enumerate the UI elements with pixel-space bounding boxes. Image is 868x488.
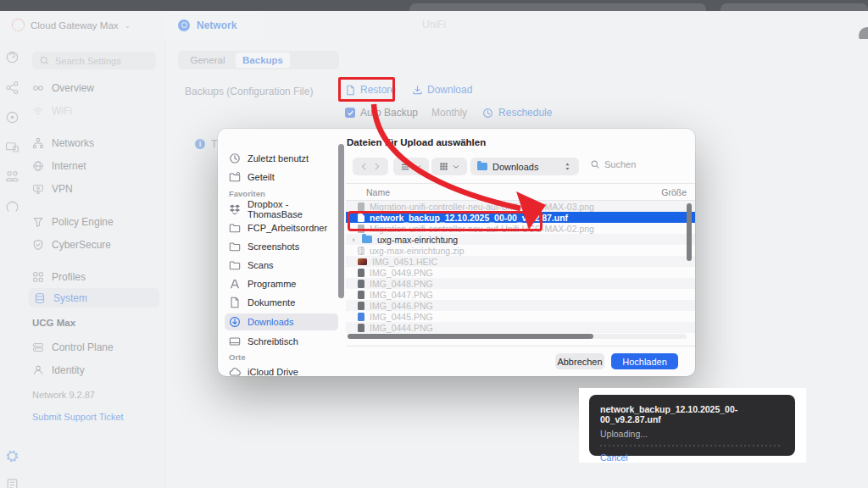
column-header-size[interactable]: Größe bbox=[661, 187, 687, 197]
sidebar-item-shared[interactable]: Geteilt bbox=[229, 169, 333, 185]
item-label: Dropbox - ThomasBase bbox=[248, 199, 333, 219]
cancel-button[interactable]: Abbrechen bbox=[555, 353, 604, 369]
downloads-icon bbox=[229, 316, 241, 328]
upload-button[interactable]: Hochladen bbox=[611, 353, 678, 369]
sidebar-item-schreibtisch[interactable]: Schreibtisch bbox=[229, 334, 333, 349]
upload-progress-bar bbox=[600, 445, 782, 446]
image-file-icon bbox=[358, 313, 364, 321]
file-row[interactable]: IMG_0444.PNG bbox=[346, 322, 695, 333]
zip-file-icon bbox=[358, 247, 364, 255]
sidebar-item-screenshots[interactable]: Screenshots bbox=[229, 239, 333, 254]
dialog-search[interactable] bbox=[590, 159, 664, 169]
list-view-button[interactable] bbox=[393, 158, 429, 175]
file-name: IMG_0448.PNG bbox=[370, 279, 433, 289]
file-row-folder[interactable]: ›uxg-max-einrichtung bbox=[346, 234, 695, 245]
item-label: iCloud Drive bbox=[248, 367, 298, 377]
chevron-down-icon bbox=[414, 163, 422, 171]
file-row[interactable]: uxg-max-einrichtung.zip bbox=[346, 245, 695, 256]
sidebar-item-fcp-arbeitsordner[interactable]: FCP_Arbeitsordner bbox=[229, 220, 333, 236]
file-name: IMG_0445.PNG bbox=[370, 312, 433, 322]
file-row[interactable]: IMG_0445.PNG bbox=[346, 311, 695, 322]
applications-icon bbox=[229, 278, 241, 290]
sidebar-item-icloud-drive[interactable]: iCloud Drive bbox=[229, 364, 333, 380]
file-row[interactable]: Migration-unifi-controller-neu-auf-Unifi… bbox=[346, 223, 695, 234]
list-view-icon bbox=[400, 162, 410, 172]
item-label: Geteilt bbox=[248, 172, 275, 182]
nav-back-forward bbox=[353, 158, 388, 175]
upload-toast-inset: network_backup_12.10.2025_00-00_v9.2.87.… bbox=[579, 388, 806, 463]
file-row[interactable]: IMG_0449.PNG bbox=[346, 267, 695, 278]
grid-view-button[interactable] bbox=[431, 158, 467, 175]
desktop-icon bbox=[229, 336, 241, 347]
item-label: Scans bbox=[248, 260, 274, 270]
upload-toast: network_backup_12.10.2025_00-00_v9.2.87.… bbox=[589, 395, 795, 456]
item-label: Programme bbox=[248, 279, 296, 289]
horizontal-scrollbar-track bbox=[348, 334, 687, 339]
vertical-scrollbar[interactable] bbox=[687, 203, 692, 261]
column-header-name[interactable]: Name bbox=[366, 187, 390, 197]
document-icon bbox=[229, 297, 241, 308]
image-file-icon bbox=[358, 269, 364, 277]
image-file-icon bbox=[358, 291, 364, 299]
forward-icon[interactable] bbox=[372, 162, 381, 171]
dialog-sidebar: Zuletzt benutzt Geteilt Favoriten Dropbo… bbox=[218, 129, 345, 376]
toast-cancel-link[interactable]: Cancel bbox=[600, 452, 784, 463]
disclosure-chevron-icon[interactable]: › bbox=[350, 236, 357, 244]
favorites-heading: Favoriten bbox=[229, 189, 265, 198]
folder-icon bbox=[229, 222, 241, 234]
item-label: Screenshots bbox=[248, 241, 299, 252]
sidebar-item-downloads[interactable]: Downloads bbox=[225, 313, 338, 330]
folder-icon bbox=[229, 241, 241, 252]
clock-icon bbox=[229, 152, 241, 164]
folder-icon bbox=[362, 236, 372, 243]
file-name: IMG_0447.PNG bbox=[370, 290, 433, 300]
file-name: uxg-max-einrichtung bbox=[377, 235, 458, 245]
dialog-search-input[interactable] bbox=[604, 159, 664, 169]
search-icon bbox=[590, 159, 600, 169]
horizontal-scrollbar[interactable] bbox=[348, 334, 593, 339]
item-label: FCP_Arbeitsordner bbox=[248, 223, 327, 233]
file-row[interactable]: IMG_0451.HEIC bbox=[346, 256, 695, 267]
file-name: uxg-max-einrichtung.zip bbox=[370, 246, 464, 256]
sidebar-scrollbar[interactable] bbox=[338, 144, 344, 298]
file-row-selected[interactable]: network_backup_12.10.2025_00-00_v9.2.87.… bbox=[346, 212, 695, 223]
image-file-icon bbox=[358, 280, 364, 288]
sidebar-item-recent[interactable]: Zuletzt benutzt bbox=[229, 151, 333, 166]
file-name: IMG_0449.PNG bbox=[370, 268, 433, 278]
screen: Cloud Gateway Max ⌄ Network UniFi Overvi… bbox=[0, 0, 868, 488]
dropbox-icon bbox=[229, 203, 241, 215]
folder-icon bbox=[229, 259, 241, 271]
file-row[interactable]: Migration-unifi-controller-neu-auf-Unifi… bbox=[346, 201, 695, 212]
backup-file-icon bbox=[358, 214, 364, 222]
file-row[interactable]: IMG_0448.PNG bbox=[346, 278, 695, 289]
item-label: Dokumente bbox=[248, 297, 295, 308]
sidebar-item-dokumente[interactable]: Dokumente bbox=[229, 295, 333, 310]
browser-tab[interactable] bbox=[409, 3, 706, 11]
file-name: network_backup_12.10.2025_00-00_v9.2.87.… bbox=[370, 213, 568, 223]
sidebar-item-scans[interactable]: Scans bbox=[229, 258, 333, 273]
grid-view-icon bbox=[439, 162, 448, 171]
file-name: Migration-unifi-controller-neu-auf-Unifi… bbox=[370, 202, 594, 212]
toast-status: Uploading... bbox=[600, 429, 784, 439]
file-list: Migration-unifi-controller-neu-auf-Unifi… bbox=[346, 201, 695, 333]
browser-tab[interactable] bbox=[721, 3, 868, 11]
file-name: Migration-unifi-controller-neu-auf-Unifi… bbox=[370, 224, 594, 234]
photo-file-icon bbox=[358, 258, 367, 265]
dialog-title: Dateien für Upload auswählen bbox=[347, 137, 486, 147]
shared-folder-icon bbox=[229, 171, 241, 183]
chevron-down-icon bbox=[452, 163, 460, 171]
file-name: IMG_0451.HEIC bbox=[372, 257, 437, 267]
file-upload-dialog: Zuletzt benutzt Geteilt Favoriten Dropbo… bbox=[218, 129, 695, 376]
sidebar-item-programme[interactable]: Programme bbox=[229, 276, 333, 291]
item-label: Zuletzt benutzt bbox=[248, 153, 309, 164]
folder-icon bbox=[477, 163, 487, 170]
file-name: IMG_0444.PNG bbox=[370, 323, 433, 333]
location-label: Downloads bbox=[492, 162, 538, 172]
cloud-icon bbox=[229, 366, 241, 378]
file-row[interactable]: IMG_0446.PNG bbox=[346, 300, 695, 311]
sidebar-item-dropbox[interactable]: Dropbox - ThomasBase bbox=[229, 202, 333, 217]
back-icon[interactable] bbox=[359, 162, 369, 171]
location-dropdown[interactable]: Downloads bbox=[470, 158, 579, 175]
image-file-icon bbox=[358, 302, 364, 310]
file-row[interactable]: IMG_0447.PNG bbox=[346, 289, 695, 300]
